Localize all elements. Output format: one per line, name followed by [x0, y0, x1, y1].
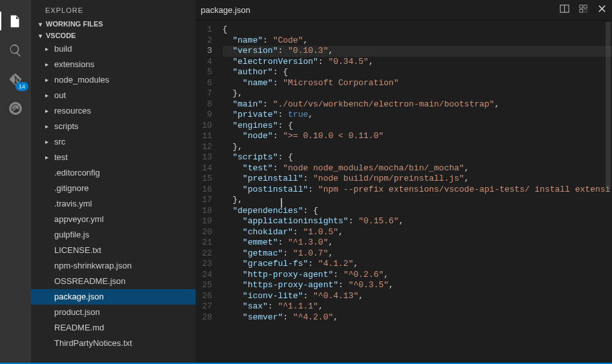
tree-item-label: npm-shrinkwrap.json	[54, 259, 132, 273]
folder-item[interactable]: ▸scripts	[31, 119, 196, 134]
file-item[interactable]: .gitignore	[31, 181, 196, 196]
folder-item[interactable]: ▸build	[31, 41, 196, 57]
file-item[interactable]: README.md	[31, 320, 196, 336]
editor-area: package.json 123456789101112131415161718…	[196, 0, 612, 364]
folder-item[interactable]: ▸resources	[31, 103, 196, 119]
tree-item-label: gulpfile.js	[54, 228, 89, 242]
chevron-right-icon: ▸	[45, 104, 52, 118]
folder-item[interactable]: ▸out	[31, 88, 196, 103]
file-item[interactable]: package.json	[31, 289, 196, 305]
file-item[interactable]: product.json	[31, 305, 196, 320]
split-editor-icon[interactable]	[560, 4, 569, 16]
tree-item-label: LICENSE.txt	[54, 243, 101, 258]
tab-title[interactable]: package.json	[201, 5, 250, 15]
folder-item[interactable]: ▸extensions	[31, 57, 196, 72]
file-item[interactable]: .editorconfig	[31, 165, 196, 181]
chevron-down-icon: ▾	[36, 32, 44, 39]
text-cursor	[281, 198, 282, 208]
close-icon[interactable]	[597, 4, 607, 16]
file-item[interactable]: OSSREADME.json	[31, 274, 196, 289]
svg-rect-5	[584, 5, 587, 8]
tree-item-label: .gitignore	[54, 181, 88, 196]
project-header[interactable]: ▾ VSCODE	[31, 30, 196, 41]
folder-item[interactable]: ▸src	[31, 134, 196, 150]
file-item[interactable]: npm-shrinkwrap.json	[31, 258, 196, 274]
project-label: VSCODE	[46, 32, 76, 39]
file-item[interactable]: .travis.yml	[31, 196, 196, 212]
tree-item-label: .travis.yml	[54, 197, 92, 211]
chevron-right-icon: ▸	[45, 150, 52, 165]
tree-item-label: resources	[54, 104, 91, 118]
file-item[interactable]: LICENSE.txt	[31, 243, 196, 258]
chevron-right-icon: ▸	[45, 88, 52, 103]
chevron-right-icon: ▸	[45, 42, 52, 56]
more-actions-icon[interactable]	[578, 4, 588, 16]
svg-rect-4	[580, 5, 583, 8]
tree-item-label: OSSREADME.json	[54, 274, 126, 288]
tree-item-label: ThirdPartyNotices.txt	[54, 336, 132, 350]
line-number-gutter: 1234567891011121314151617181920212223242…	[196, 21, 223, 364]
svg-rect-6	[580, 9, 583, 12]
sidebar-title: EXPLORE	[31, 0, 196, 18]
chevron-right-icon: ▸	[45, 57, 52, 72]
code-editor[interactable]: 1234567891011121314151617181920212223242…	[196, 21, 612, 364]
tree-item-label: test	[54, 150, 68, 165]
activity-bar: 14	[0, 0, 31, 364]
tree-item-label: product.json	[54, 305, 100, 319]
tree-item-label: node_modules	[54, 73, 109, 87]
chevron-down-icon: ▾	[36, 21, 44, 28]
tree-item-label: package.json	[54, 290, 104, 304]
tree-item-label: extensions	[54, 57, 94, 72]
activity-debug-icon[interactable]	[0, 94, 31, 123]
folder-item[interactable]: ▸node_modules	[31, 72, 196, 88]
code-content[interactable]: { "name": "Code", "version": "0.10.3", "…	[223, 21, 612, 364]
git-changes-badge: 14	[15, 82, 28, 91]
tree-item-label: README.md	[54, 321, 104, 335]
chevron-right-icon: ▸	[45, 73, 52, 87]
working-files-header[interactable]: ▾ WORKING FILES	[31, 18, 196, 30]
working-files-label: WORKING FILES	[46, 20, 103, 28]
sidebar: EXPLORE ▾ WORKING FILES ▾ VSCODE ▸build▸…	[31, 0, 196, 364]
tree-item-label: .editorconfig	[54, 166, 100, 180]
file-tree: ▸build▸extensions▸node_modules▸out▸resou…	[31, 41, 196, 364]
activity-git-icon[interactable]: 14	[0, 65, 31, 94]
tree-item-label: appveyor.yml	[54, 212, 104, 227]
tree-item-label: out	[54, 88, 66, 103]
tab-bar: package.json	[196, 0, 612, 21]
folder-item[interactable]: ▸test	[31, 150, 196, 165]
file-item[interactable]: gulpfile.js	[31, 227, 196, 243]
chevron-right-icon: ▸	[45, 119, 52, 134]
vertical-scrollbar-thumb[interactable]	[606, 22, 611, 190]
svg-rect-7	[584, 9, 587, 12]
file-item[interactable]: ThirdPartyNotices.txt	[31, 336, 196, 351]
activity-files-icon[interactable]	[0, 6, 31, 35]
activity-search-icon[interactable]	[0, 35, 31, 65]
file-item[interactable]: appveyor.yml	[31, 212, 196, 227]
chevron-right-icon: ▸	[45, 135, 52, 149]
tree-item-label: build	[54, 42, 72, 56]
tree-item-label: src	[54, 135, 65, 149]
tree-item-label: scripts	[54, 119, 79, 134]
